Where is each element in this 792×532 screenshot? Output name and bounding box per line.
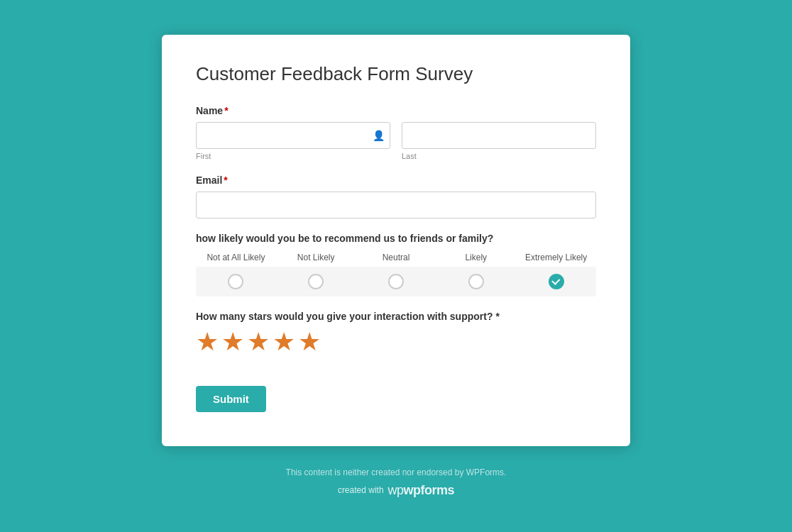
first-name-input[interactable] <box>196 122 390 149</box>
scale-label-1: Not Likely <box>276 253 356 262</box>
email-field-group: Email* <box>196 174 596 218</box>
stars-question: How many stars would you give your inter… <box>196 311 596 322</box>
star-4[interactable]: ★ <box>273 329 295 355</box>
star-3[interactable]: ★ <box>247 329 270 355</box>
likelihood-question: how likely would you be to recommend us … <box>196 233 596 244</box>
radio-circle-4[interactable] <box>549 274 564 289</box>
first-input-wrapper: 👤 <box>196 122 390 149</box>
scale-label-0: Not at All Likely <box>196 253 276 262</box>
footer-created: created with wpwpforms <box>286 483 507 498</box>
name-label: Name* <box>196 105 596 116</box>
scale-label-3: Likely <box>436 253 516 262</box>
last-name-input[interactable] <box>402 122 596 149</box>
footer-disclaimer: This content is neither created nor endo… <box>286 467 507 477</box>
last-sub-label: Last <box>402 152 596 160</box>
scale-radio-3[interactable] <box>436 274 516 289</box>
star-1[interactable]: ★ <box>196 329 219 355</box>
scale-label-4: Extremely Likely <box>516 253 596 262</box>
stars-field-group: How many stars would you give your inter… <box>196 311 596 355</box>
email-required-star: * <box>224 174 227 186</box>
radio-circle-2[interactable] <box>388 274 404 289</box>
person-icon: 👤 <box>373 130 385 141</box>
scale-radio-0[interactable] <box>196 274 276 289</box>
radio-circle-1[interactable] <box>308 274 324 289</box>
scale-radio-1[interactable] <box>276 274 356 289</box>
scale-radio-2[interactable] <box>356 274 436 289</box>
form-card: Customer Feedback Form Survey Name* 👤 Fi… <box>162 35 630 446</box>
email-input[interactable] <box>196 192 596 218</box>
scale-label-2: Neutral <box>356 253 436 262</box>
email-label: Email* <box>196 174 596 186</box>
last-name-col: Last <box>402 122 596 160</box>
radio-circle-0[interactable] <box>228 274 243 289</box>
footer: This content is neither created nor endo… <box>286 467 507 498</box>
name-field-group: Name* 👤 First Last <box>196 105 596 160</box>
form-title: Customer Feedback Form Survey <box>196 63 596 85</box>
name-row: 👤 First Last <box>196 122 596 160</box>
scale-radios <box>196 267 596 297</box>
wpforms-logo: wpwpforms <box>388 483 455 498</box>
likelihood-field-group: how likely would you be to recommend us … <box>196 233 596 297</box>
star-5[interactable]: ★ <box>298 329 321 355</box>
radio-circle-3[interactable] <box>468 274 484 289</box>
star-2[interactable]: ★ <box>221 329 244 355</box>
first-sub-label: First <box>196 152 390 160</box>
first-name-col: 👤 First <box>196 122 390 160</box>
name-required-star: * <box>224 105 228 116</box>
stars-container: ★ ★ ★ ★ ★ <box>196 329 596 355</box>
scale-radio-4[interactable] <box>516 274 596 289</box>
created-with-text: created with <box>338 485 384 495</box>
scale-labels: Not at All Likely Not Likely Neutral Lik… <box>196 253 596 262</box>
submit-button[interactable]: Submit <box>196 386 266 412</box>
